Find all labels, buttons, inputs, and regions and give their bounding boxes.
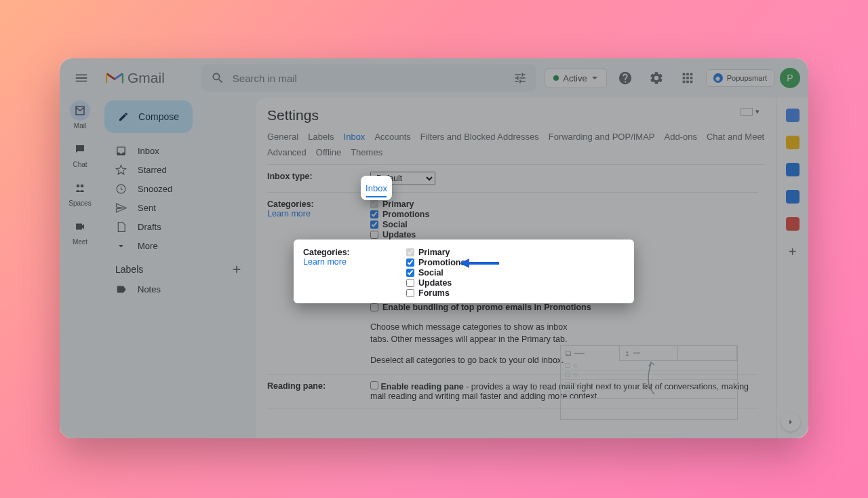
category-updates-checkbox[interactable]: [370, 231, 378, 239]
search-icon: [211, 71, 224, 85]
inbox-type-label: Inbox type:: [267, 172, 370, 185]
tab-filters-and-blocked-addresses[interactable]: Filters and Blocked Addresses: [420, 130, 539, 143]
apps-icon: [680, 71, 695, 85]
nav-inbox[interactable]: Inbox: [100, 141, 250, 160]
search-bar[interactable]: [201, 64, 536, 92]
labels-list: Notes: [100, 280, 250, 299]
apps-button[interactable]: [675, 65, 701, 91]
chevron-down-icon: [591, 75, 598, 81]
rail-meet[interactable]: Meet: [70, 216, 90, 246]
nav-drafts[interactable]: Drafts: [100, 217, 250, 236]
inbox-icon: [565, 350, 572, 357]
tasks-addon[interactable]: [786, 163, 800, 176]
language-dropdown[interactable]: ▾: [741, 107, 760, 116]
hl-category-updates-checkbox[interactable]: [406, 279, 414, 287]
row-inbox-type: Inbox type: Default: [267, 165, 758, 193]
main-menu-button[interactable]: [68, 64, 95, 92]
curve-arrow-icon: [641, 357, 661, 398]
annotation-arrow: [458, 257, 500, 272]
add-addon[interactable]: +: [789, 244, 797, 260]
learn-more-link-highlight[interactable]: Learn more: [303, 257, 406, 267]
hl-category-social-checkbox[interactable]: [406, 269, 414, 277]
tune-icon[interactable]: [513, 71, 527, 85]
brand-dot-icon: ◉: [713, 73, 723, 83]
gmail-wordmark: Gmail: [127, 70, 165, 86]
addon-5[interactable]: [786, 217, 800, 231]
chevron-down-icon: [115, 240, 127, 252]
svg-point-3: [626, 351, 628, 353]
tab-offline[interactable]: Offline: [316, 146, 341, 159]
search-input[interactable]: [233, 73, 505, 84]
rail-spaces[interactable]: Spaces: [68, 178, 91, 207]
svg-point-0: [77, 185, 80, 188]
nav-more[interactable]: More: [100, 236, 250, 255]
star-icon: [115, 164, 127, 176]
header: Gmail Active ◉ Popupsmart P: [60, 58, 808, 98]
status-label: Active: [563, 73, 587, 83]
label-icon: [115, 284, 127, 295]
learn-more-link[interactable]: Learn more: [267, 209, 311, 218]
draft-icon: [115, 221, 127, 233]
hl-category-primary-checkbox[interactable]: [406, 248, 414, 256]
settings-tabs: GeneralLabelsInboxAccountsFilters and Bl…: [267, 130, 765, 159]
label-notes[interactable]: Notes: [100, 280, 250, 299]
keep-addon[interactable]: [786, 136, 800, 149]
contacts-addon[interactable]: [786, 190, 800, 204]
hl-category-forums-checkbox[interactable]: [406, 289, 414, 297]
gmail-logo: Gmail: [106, 70, 165, 86]
tab-add-ons[interactable]: Add-ons: [665, 130, 697, 143]
hl-category-promotions-checkbox[interactable]: [406, 258, 414, 267]
nav-snoozed[interactable]: Snoozed: [100, 179, 250, 198]
side-panel: +: [776, 98, 808, 438]
category-social-checkbox[interactable]: [370, 221, 378, 229]
gmail-icon: [106, 71, 123, 85]
status-dot: [553, 75, 559, 81]
hamburger-icon: [74, 71, 89, 85]
help-text-2: Deselect all categories to go back to yo…: [370, 355, 587, 367]
help-text-1: Choose which message categories to show …: [370, 322, 587, 345]
tab-themes[interactable]: Themes: [351, 146, 382, 159]
chat-icon: [74, 143, 86, 155]
plus-icon[interactable]: [231, 263, 243, 275]
spaces-icon: [74, 182, 86, 194]
category-promotions-checkbox[interactable]: [370, 210, 378, 218]
gmail-window: Gmail Active ◉ Popupsmart P Mail: [60, 58, 808, 438]
svg-point-1: [81, 185, 84, 188]
clock-icon: [115, 183, 127, 195]
people-icon: [624, 350, 631, 357]
rail-mail[interactable]: Mail: [70, 100, 90, 130]
category-primary-checkbox[interactable]: [370, 200, 378, 208]
account-avatar[interactable]: P: [780, 68, 800, 88]
meet-icon: [74, 221, 86, 233]
tab-inbox[interactable]: Inbox: [344, 130, 366, 143]
settings-button[interactable]: [644, 65, 669, 91]
calendar-addon[interactable]: [786, 109, 800, 122]
bundling-checkbox[interactable]: [370, 303, 378, 311]
send-icon: [115, 202, 127, 214]
pencil-icon: [118, 110, 129, 123]
nav-starred[interactable]: Starred: [100, 160, 250, 179]
rail-chat[interactable]: Chat: [70, 139, 90, 168]
tab-chat-and-meet[interactable]: Chat and Meet: [707, 130, 764, 143]
page-title: Settings: [267, 107, 765, 123]
app-rail: Mail Chat Spaces Meet: [60, 98, 100, 438]
tab-general[interactable]: General: [267, 130, 298, 143]
tab-labels[interactable]: Labels: [308, 130, 334, 143]
help-button[interactable]: [612, 65, 638, 91]
nav-sent[interactable]: Sent: [100, 198, 250, 217]
compose-button[interactable]: Compose: [104, 100, 193, 133]
reading-pane-checkbox[interactable]: [370, 381, 378, 389]
collapse-side-panel[interactable]: [781, 413, 800, 432]
header-right: Active ◉ Popupsmart P: [545, 65, 800, 91]
chevron-right-icon: [786, 417, 795, 427]
gear-icon: [649, 71, 664, 85]
tab-accounts[interactable]: Accounts: [374, 130, 410, 143]
tab-advanced[interactable]: Advanced: [267, 146, 307, 159]
help-icon: [618, 71, 633, 85]
workspace-chip[interactable]: ◉ Popupsmart: [706, 69, 774, 87]
tab-forwarding-and-pop-imap[interactable]: Forwarding and POP/IMAP: [549, 130, 655, 143]
highlight-inbox-tab: Inbox: [361, 176, 392, 200]
status-chip[interactable]: Active: [545, 69, 606, 88]
nav-sidebar: Compose Inbox Starred Snoozed Sent Draft…: [100, 98, 256, 438]
labels-header: Labels: [100, 255, 250, 280]
